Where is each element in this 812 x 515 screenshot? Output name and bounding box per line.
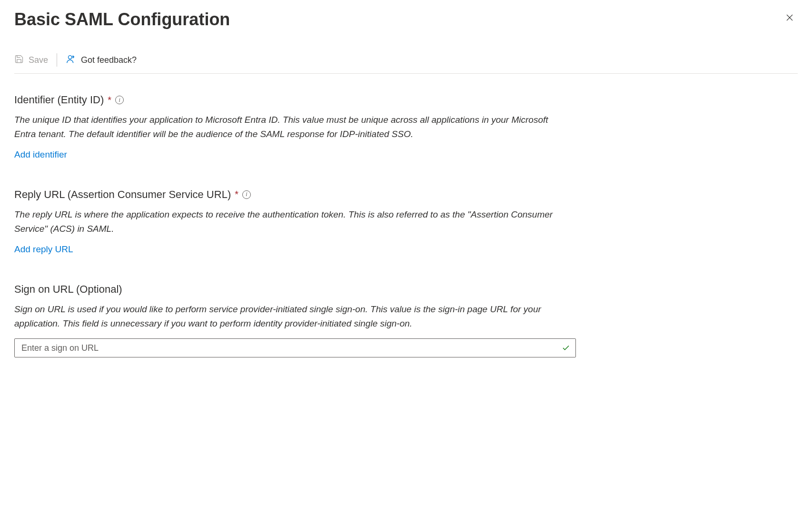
info-icon[interactable]: i [242,190,251,199]
reply-url-description: The reply URL is where the application e… [14,208,566,237]
save-icon [14,54,24,66]
save-label: Save [29,55,48,65]
checkmark-icon [562,344,570,352]
add-identifier-link[interactable]: Add identifier [14,149,67,159]
identifier-description: The unique ID that identifies your appli… [14,113,566,142]
required-indicator: * [108,95,111,106]
identifier-section: Identifier (Entity ID) * i The unique ID… [14,94,798,160]
sign-on-url-input[interactable] [14,338,576,357]
sign-on-url-description: Sign on URL is used if you would like to… [14,302,566,331]
toolbar: Save Got feedback? [14,53,798,74]
close-button[interactable] [782,10,798,28]
info-icon[interactable]: i [115,96,124,104]
reply-url-title: Reply URL (Assertion Consumer Service UR… [14,188,231,201]
add-reply-url-link[interactable]: Add reply URL [14,244,73,254]
close-icon [785,13,794,24]
sign-on-url-section: Sign on URL (Optional) Sign on URL is us… [14,283,798,358]
feedback-button[interactable]: Got feedback? [66,54,137,67]
svg-point-2 [69,55,72,59]
toolbar-separator [57,53,57,67]
sign-on-url-title: Sign on URL (Optional) [14,283,122,296]
page-title: Basic SAML Configuration [14,10,230,30]
reply-url-section: Reply URL (Assertion Consumer Service UR… [14,188,798,255]
save-button[interactable]: Save [14,54,48,66]
feedback-icon [66,54,76,67]
feedback-label: Got feedback? [81,55,137,65]
identifier-title: Identifier (Entity ID) [14,94,104,106]
required-indicator: * [235,189,238,200]
